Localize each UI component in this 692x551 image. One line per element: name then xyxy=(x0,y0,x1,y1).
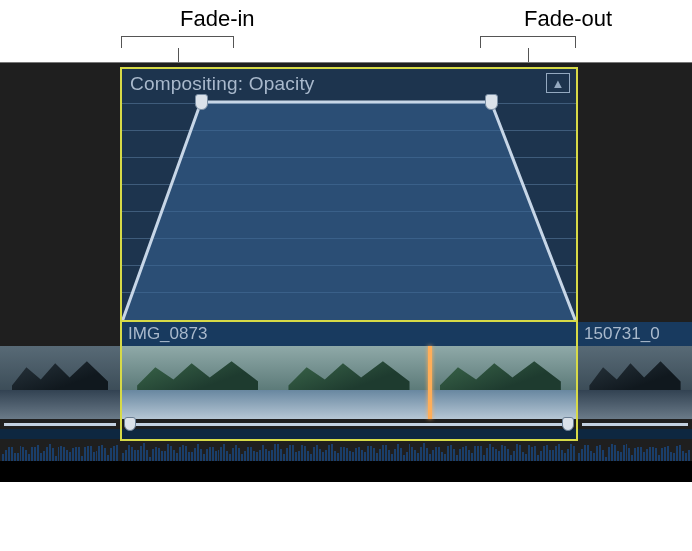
clip-name-label: IMG_0873 xyxy=(128,324,207,344)
audio-level-line[interactable] xyxy=(126,423,572,426)
timeline: Compositing: Opacity ▲ IMG_0873 xyxy=(0,62,692,482)
audio-fade-out-handle[interactable] xyxy=(562,417,574,431)
audio-waveform xyxy=(0,439,692,461)
animation-editor-icon[interactable]: ▲ xyxy=(546,73,570,93)
opacity-curve[interactable] xyxy=(122,100,576,322)
timeline-empty-area xyxy=(0,461,692,482)
audio-level-line[interactable] xyxy=(582,423,688,426)
fade-in-handle[interactable] xyxy=(195,94,208,110)
fade-in-callout xyxy=(121,36,234,48)
playhead-frame-marker[interactable] xyxy=(428,346,432,419)
timeline-clip-selected[interactable]: IMG_0873 xyxy=(122,322,576,439)
fade-in-label: Fade-in xyxy=(180,6,255,32)
audio-level-line[interactable] xyxy=(4,423,116,426)
fade-out-label: Fade-out xyxy=(524,6,612,32)
clip-name-label: 150731_0 xyxy=(584,324,660,344)
timeline-clip[interactable] xyxy=(0,322,120,439)
clip-strip: IMG_0873 150731_0 xyxy=(0,322,692,439)
fade-out-handle[interactable] xyxy=(485,94,498,110)
video-animation-pane[interactable]: Compositing: Opacity ▲ xyxy=(122,69,576,322)
timeline-clip[interactable]: 150731_0 xyxy=(578,322,692,439)
animation-pane-title: Compositing: Opacity xyxy=(130,73,315,95)
fade-out-callout xyxy=(480,36,576,48)
audio-fade-in-handle[interactable] xyxy=(124,417,136,431)
